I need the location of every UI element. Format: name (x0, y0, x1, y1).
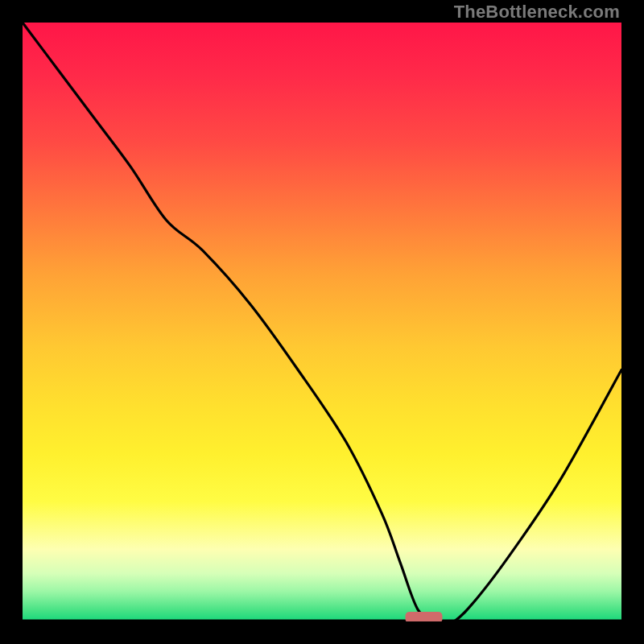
chart-frame (23, 23, 621, 621)
bottleneck-curve (23, 23, 621, 621)
optimal-marker (406, 612, 443, 621)
chart-svg (23, 23, 621, 621)
chart-plot-area (23, 23, 621, 621)
watermark-text: TheBottleneck.com (454, 2, 620, 23)
